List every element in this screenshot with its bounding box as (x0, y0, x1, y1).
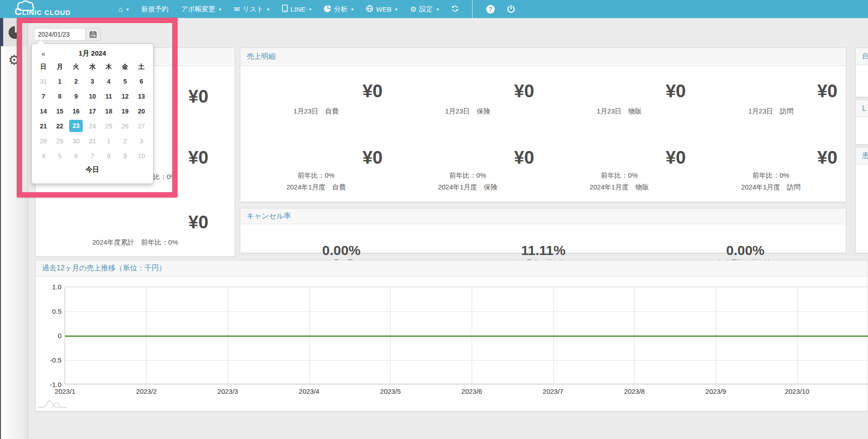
calendar-day[interactable]: 31 (84, 133, 100, 148)
card-title: キャンセル率 (247, 212, 291, 221)
calendar-day[interactable]: 24 (84, 118, 100, 133)
date-input[interactable] (34, 28, 86, 41)
power-icon (507, 5, 516, 14)
pie-chart-icon (8, 25, 23, 39)
metric-value: ¥0 (752, 80, 868, 101)
nav-item-new-appointment[interactable]: 新規予約 (135, 0, 175, 18)
calendar-day[interactable]: 9 (117, 148, 133, 163)
calendar-day[interactable]: 8 (101, 148, 117, 163)
nav-item-analysis[interactable]: 分析▾ (318, 0, 360, 18)
right-card-header: L (856, 100, 868, 117)
nav-item-web[interactable]: WEB▾ (360, 0, 404, 18)
phone-icon (282, 5, 288, 14)
globe-icon (366, 5, 373, 14)
calendar-day-selected[interactable]: 23 (68, 118, 84, 133)
calendar-day[interactable]: 6 (133, 74, 150, 89)
metric-value: 11.11% (442, 243, 644, 258)
calendar-day[interactable]: 7 (35, 89, 52, 104)
calendar-day[interactable]: 19 (117, 104, 133, 118)
calendar-day[interactable]: 11 (101, 89, 117, 104)
calendar-day[interactable]: 7 (84, 148, 100, 163)
calendar-day[interactable]: 3 (133, 133, 150, 148)
nav-item-label: アポ帳変更 (181, 5, 216, 14)
caret-down-icon: ▾ (395, 7, 398, 12)
metric-value: 0.00% (644, 243, 846, 258)
nav-item-line[interactable]: LINE▾ (276, 0, 318, 18)
nav-item-settings[interactable]: ⚙設定▾ (404, 0, 445, 18)
gear-icon: ⚙ (410, 5, 417, 13)
calendar-day[interactable]: 6 (68, 148, 84, 163)
calendar-day[interactable]: 12 (117, 89, 133, 104)
calendar-day[interactable]: 2 (68, 74, 84, 89)
caret-down-icon: ▾ (436, 7, 439, 12)
calendar-day[interactable]: 28 (35, 133, 52, 148)
nav-item-refresh[interactable] (445, 0, 465, 18)
power-button[interactable] (507, 5, 516, 14)
calendar-day[interactable]: 29 (52, 133, 68, 148)
metric-label: 前年比：0% (695, 171, 847, 179)
calendar-day[interactable]: 17 (84, 104, 100, 118)
nav-item-list[interactable]: ✉リスト▾ (227, 0, 276, 18)
calendar-day[interactable]: 27 (133, 118, 150, 133)
metric-label: 前年比：0% (392, 171, 544, 179)
calendar-week-row: 31123456 (35, 74, 150, 89)
calendar-day[interactable]: 30 (68, 133, 84, 148)
calendar-day[interactable]: 4 (101, 74, 117, 89)
calendar-day[interactable]: 1 (52, 74, 68, 89)
card-title: L (862, 104, 866, 113)
calendar-day[interactable]: 15 (52, 104, 68, 118)
calendar-weekday: 土 (133, 60, 150, 74)
calendar-button[interactable] (86, 28, 101, 41)
calendar-day[interactable]: 20 (133, 104, 150, 118)
chart-y-tick-label: 1.0 (42, 283, 61, 291)
calendar-week-row: 78910111213 (35, 89, 150, 104)
calendar-day[interactable]: 22 (52, 118, 68, 133)
sparkline-watermark-icon (38, 399, 67, 410)
gear-icon: ⚙ (8, 53, 20, 67)
calendar-month-title[interactable]: 1月 2024 (35, 49, 150, 58)
nav-item-appointment-book-change[interactable]: アポ帳変更▾ (175, 0, 228, 18)
calendar-day[interactable]: 2 (117, 133, 133, 148)
calendar-today-button[interactable]: 今日 (35, 163, 150, 176)
calendar-day[interactable]: 5 (117, 74, 133, 89)
sidebar-item-settings[interactable]: ⚙ (1, 46, 28, 74)
metric-value: ¥0 (297, 80, 448, 101)
chart-horizontal-gridline (65, 360, 868, 361)
sales-detail-card-header: 売上明細 (240, 48, 846, 66)
calendar-weekday: 金 (117, 60, 133, 74)
nav-item-home[interactable]: ⌂▾ (112, 0, 135, 18)
calendar-day[interactable]: 31 (35, 74, 52, 89)
metric-label: 前年比：0% (544, 171, 695, 179)
sales-detail-grid: ¥01月23日 自費¥01月23日 保険¥01月23日 物販¥01月23日 訪問… (240, 66, 846, 202)
refresh-icon (451, 5, 459, 14)
navbar-divider (472, 0, 473, 18)
brand-logo[interactable]: CLINIC CLOUD (10, 0, 96, 18)
help-button[interactable]: ? (486, 5, 495, 14)
main-nav: ⌂▾新規予約アポ帳変更▾✉リスト▾LINE▾分析▾WEB▾⚙設定▾ (112, 0, 465, 18)
calendar-day[interactable]: 1 (101, 133, 117, 148)
right-clipped-card: 患 (855, 147, 868, 253)
calendar-day[interactable]: 18 (101, 104, 117, 118)
sidebar-item-analytics[interactable] (0, 18, 28, 46)
calendar-day[interactable]: 26 (117, 118, 133, 133)
chart-x-tick-label: 2023/6 (451, 387, 492, 396)
calendar-weekday: 水 (84, 60, 100, 74)
calendar-day[interactable]: 8 (52, 89, 68, 104)
calendar-day[interactable]: 13 (133, 89, 150, 104)
calendar-day[interactable]: 21 (35, 118, 52, 133)
calendar-day[interactable]: 14 (35, 104, 52, 118)
calendar-day[interactable]: 10 (84, 89, 100, 104)
calendar-day[interactable]: 9 (68, 89, 84, 104)
calendar-day[interactable]: 3 (84, 74, 100, 89)
calendar-day[interactable]: 5 (52, 148, 68, 163)
calendar-day[interactable]: 10 (133, 148, 150, 163)
metric-value: ¥0 (297, 147, 448, 168)
chart-x-tick-label: 2023/8 (614, 387, 655, 396)
right-clipped-card: L (855, 99, 868, 145)
metric-label: 1月23日 自費 (240, 107, 392, 115)
chart-title: 過去12ヶ月の売上推移（単位：千円） (42, 264, 166, 273)
sales-trend-chart-card: 過去12ヶ月の売上推移（単位：千円） 1.00.50-0.5-1.02023/1… (35, 260, 868, 411)
calendar-day[interactable]: 16 (68, 104, 84, 118)
calendar-day[interactable]: 4 (35, 148, 52, 163)
calendar-day[interactable]: 25 (101, 118, 117, 133)
